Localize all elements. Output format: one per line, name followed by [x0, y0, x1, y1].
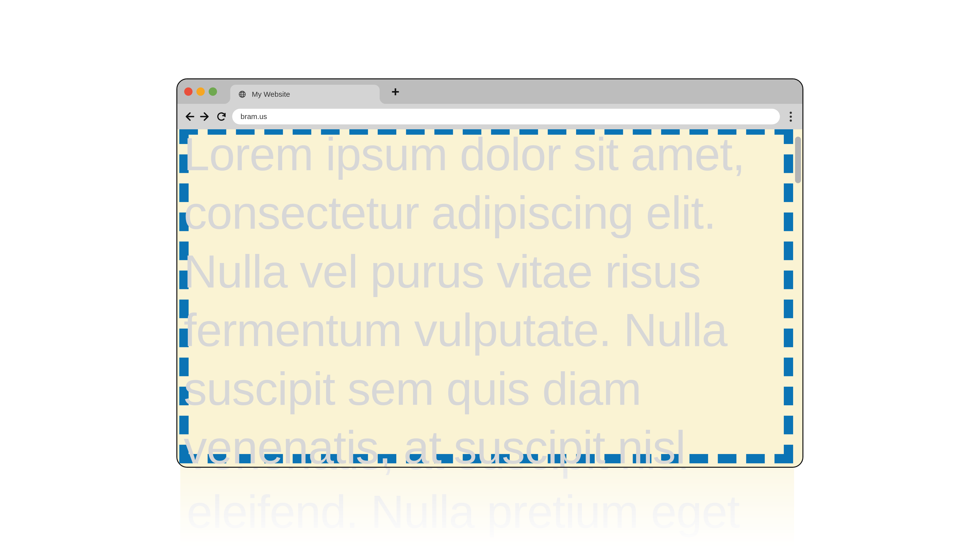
- browser-menu-icon[interactable]: [785, 112, 796, 122]
- globe-favicon-icon: [238, 90, 247, 98]
- toolbar: bram.us: [177, 104, 802, 129]
- url-text: bram.us: [240, 113, 267, 121]
- tab-strip: My Website +: [177, 79, 802, 104]
- scrollbar-thumb[interactable]: [795, 137, 801, 183]
- back-icon[interactable]: [184, 111, 194, 122]
- maximize-window-button[interactable]: [209, 87, 217, 96]
- body-text: Lorem ipsum dolor sit amet, consectetur …: [181, 129, 792, 467]
- address-bar[interactable]: bram.us: [232, 109, 780, 124]
- window-controls: [184, 87, 217, 96]
- close-window-button[interactable]: [184, 87, 192, 96]
- page-viewport: Lorem ipsum dolor sit amet, consectetur …: [177, 129, 802, 467]
- browser-tab[interactable]: My Website: [230, 85, 380, 104]
- forward-icon[interactable]: [200, 111, 211, 122]
- browser-window: My Website + bram.us: [177, 78, 803, 468]
- new-tab-button[interactable]: +: [391, 85, 399, 98]
- minimize-window-button[interactable]: [196, 87, 205, 96]
- tab-title: My Website: [252, 90, 290, 98]
- reload-icon[interactable]: [216, 111, 227, 122]
